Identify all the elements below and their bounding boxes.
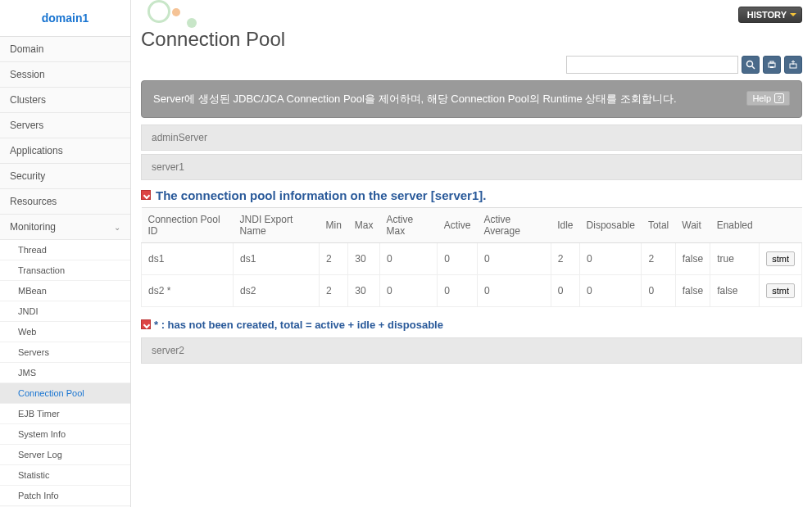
subnav-label: Servers — [18, 347, 49, 357]
nav-label: Security — [10, 170, 45, 182]
cell-idle: 2 — [551, 242, 579, 274]
subnav-item-server-log[interactable]: Server Log — [0, 445, 130, 465]
print-icon[interactable] — [763, 56, 781, 74]
nav-label: Resources — [10, 196, 57, 207]
cell-min: 2 — [319, 274, 347, 306]
note-text: * : has not been created, total = active… — [154, 319, 443, 331]
history-button[interactable]: HISTORY — [738, 7, 802, 23]
note-marker-icon — [141, 319, 151, 329]
th-min: Min — [319, 207, 347, 242]
cell-total: 0 — [642, 274, 675, 306]
nav-item-servers[interactable]: Servers — [0, 113, 130, 138]
export-icon[interactable] — [784, 56, 802, 74]
subnav-label: MBean — [18, 286, 47, 296]
th-max: Max — [348, 207, 380, 242]
subnav-item-jms[interactable]: JMS — [0, 363, 130, 383]
th-idle: Idle — [551, 207, 579, 242]
nav-item-clusters[interactable]: Clusters — [0, 88, 130, 113]
subnav-item-thread[interactable]: Thread — [0, 240, 130, 260]
domain-title[interactable]: domain1 — [0, 0, 130, 37]
help-icon: ? — [774, 93, 784, 103]
subnav-item-connection-pool[interactable]: Connection Pool — [0, 383, 130, 404]
sidebar: domain1 Domain Session Clusters Servers … — [0, 0, 131, 507]
nav-item-resources[interactable]: Resources — [0, 189, 130, 215]
note-row: * : has not been created, total = active… — [141, 319, 802, 331]
stmt-button[interactable]: stmt — [766, 251, 795, 266]
decorative-circles — [147, 0, 190, 25]
subnav-label: EJB Timer — [18, 409, 60, 419]
description-box: Server에 생성된 JDBC/JCA Connection Pool을 제어… — [141, 80, 802, 118]
section-header: The connection pool information on the s… — [141, 188, 802, 202]
cell-total: 2 — [642, 242, 675, 274]
subnav-item-transaction[interactable]: Transaction — [0, 260, 130, 281]
nav-item-monitoring[interactable]: Monitoring ⌄ — [0, 215, 130, 240]
cell-min: 2 — [319, 242, 347, 274]
cell-disp: 0 — [580, 242, 642, 274]
subnav-label: Thread — [18, 245, 47, 255]
th-disposable: Disposable — [580, 207, 642, 242]
nav-label: Clusters — [10, 94, 46, 106]
subnav-label: Server Log — [18, 450, 62, 459]
nav-label: Monitoring — [10, 221, 56, 233]
section-title: The connection pool information on the s… — [156, 188, 486, 202]
subnav-item-jndi[interactable]: JNDI — [0, 301, 130, 322]
cell-active: 0 — [438, 274, 478, 306]
table-row: ds2 * ds2 2 30 0 0 0 0 0 0 false false s… — [142, 274, 802, 306]
subnav-label: JNDI — [18, 306, 38, 316]
svg-point-0 — [747, 61, 753, 67]
subnav-label: Transaction — [18, 265, 65, 275]
help-label: Help — [752, 93, 771, 103]
server-row-server1[interactable]: server1 — [141, 154, 802, 180]
subnav-label: System Info — [18, 429, 66, 439]
help-button[interactable]: Help ? — [746, 91, 790, 106]
stmt-button[interactable]: stmt — [766, 283, 795, 298]
subnav-item-mbean[interactable]: MBean — [0, 281, 130, 301]
connection-pool-table: Connection Pool ID JNDI Export Name Min … — [141, 207, 802, 307]
subnav-item-ejb-timer[interactable]: EJB Timer — [0, 404, 130, 424]
search-icon[interactable] — [742, 56, 760, 74]
subnav-item-web[interactable]: Web — [0, 322, 130, 342]
topbar: HISTORY — [141, 7, 802, 23]
cell-amax: 0 — [379, 274, 437, 306]
cell-disp: 0 — [580, 274, 642, 306]
table-header-row: Connection Pool ID JNDI Export Name Min … — [142, 207, 802, 242]
section-marker-icon — [141, 190, 151, 200]
subnav-item-servers[interactable]: Servers — [0, 342, 130, 363]
nav-item-applications[interactable]: Applications — [0, 138, 130, 164]
subnav-label: JMS — [18, 368, 36, 378]
cell-enabled: true — [710, 242, 760, 274]
th-total: Total — [642, 207, 675, 242]
nav-item-domain[interactable]: Domain — [0, 37, 130, 62]
page-title: Connection Pool — [141, 28, 802, 51]
cell-jndi: ds1 — [234, 242, 320, 274]
subnav-label: Patch Info — [18, 491, 59, 500]
nav-label: Applications — [10, 145, 63, 156]
cell-enabled: false — [710, 274, 760, 306]
subnav-item-system-info[interactable]: System Info — [0, 424, 130, 445]
cell-id: ds1 — [142, 242, 234, 274]
cell-max: 30 — [348, 242, 380, 274]
description-text: Server에 생성된 JDBC/JCA Connection Pool을 제어… — [153, 91, 677, 107]
th-enabled: Enabled — [710, 207, 760, 242]
th-active-max: Active Max — [379, 207, 437, 242]
svg-line-1 — [752, 66, 755, 69]
cell-active: 0 — [438, 242, 478, 274]
th-active: Active — [438, 207, 478, 242]
search-input[interactable] — [566, 56, 738, 74]
cell-aavg: 0 — [477, 274, 551, 306]
cell-max: 30 — [348, 274, 380, 306]
main-content: HISTORY Connection Pool Server에 생성된 JDBC… — [131, 0, 812, 507]
cell-wait: false — [675, 242, 710, 274]
th-wait: Wait — [675, 207, 710, 242]
server-row-server2[interactable]: server2 — [141, 337, 802, 364]
table-row: ds1 ds1 2 30 0 0 0 2 0 2 false true stmt — [142, 242, 802, 274]
chevron-down-icon: ⌄ — [114, 223, 120, 232]
subnav-item-statistic[interactable]: Statistic — [0, 465, 130, 486]
subnav-item-patch-info[interactable]: Patch Info — [0, 486, 130, 506]
nav-item-session[interactable]: Session — [0, 62, 130, 88]
nav-label: Servers — [10, 120, 43, 131]
th-action — [760, 207, 802, 242]
nav-item-security[interactable]: Security — [0, 164, 130, 189]
svg-rect-4 — [770, 66, 773, 68]
server-row-admin[interactable]: adminServer — [141, 124, 802, 151]
